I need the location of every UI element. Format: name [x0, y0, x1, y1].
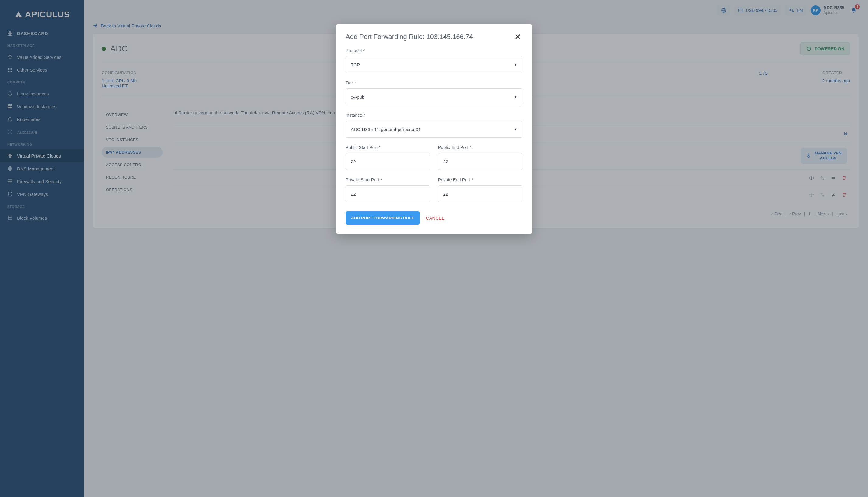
add-port-forwarding-rule-button[interactable]: ADD PORT FORWARDING RULE — [345, 212, 420, 225]
public-start-port-input[interactable] — [345, 153, 430, 170]
tier-select[interactable]: cv-pub ▼ — [345, 88, 523, 105]
tier-label: Tier * — [345, 81, 523, 85]
private-start-port-label: Private Start Port * — [345, 178, 430, 182]
protocol-select[interactable]: TCP ▼ — [345, 56, 523, 73]
public-end-port-input[interactable] — [438, 153, 523, 170]
public-start-port-label: Public Start Port * — [345, 145, 430, 150]
chevron-down-icon: ▼ — [514, 127, 517, 131]
tier-value: cv-pub — [351, 95, 365, 100]
instance-value: ADC-R335-11-general-purpose-01 — [351, 127, 421, 132]
private-end-port-input[interactable] — [438, 185, 523, 202]
close-icon[interactable]: ✕ — [513, 33, 523, 41]
protocol-label: Protocol * — [345, 48, 523, 53]
public-end-port-label: Public End Port * — [438, 145, 523, 150]
add-port-forwarding-modal: Add Port Forwarding Rule: 103.145.166.74… — [336, 24, 532, 234]
instance-label: Instance * — [345, 113, 523, 118]
instance-select[interactable]: ADC-R335-11-general-purpose-01 ▼ — [345, 121, 523, 138]
private-end-port-label: Private End Port * — [438, 178, 523, 182]
chevron-down-icon: ▼ — [514, 95, 517, 99]
cancel-button[interactable]: CANCEL — [426, 216, 444, 221]
protocol-value: TCP — [351, 62, 360, 67]
private-start-port-input[interactable] — [345, 185, 430, 202]
modal-backdrop[interactable]: Add Port Forwarding Rule: 103.145.166.74… — [0, 0, 868, 497]
chevron-down-icon: ▼ — [514, 63, 517, 67]
modal-title: Add Port Forwarding Rule: 103.145.166.74 — [345, 33, 473, 41]
